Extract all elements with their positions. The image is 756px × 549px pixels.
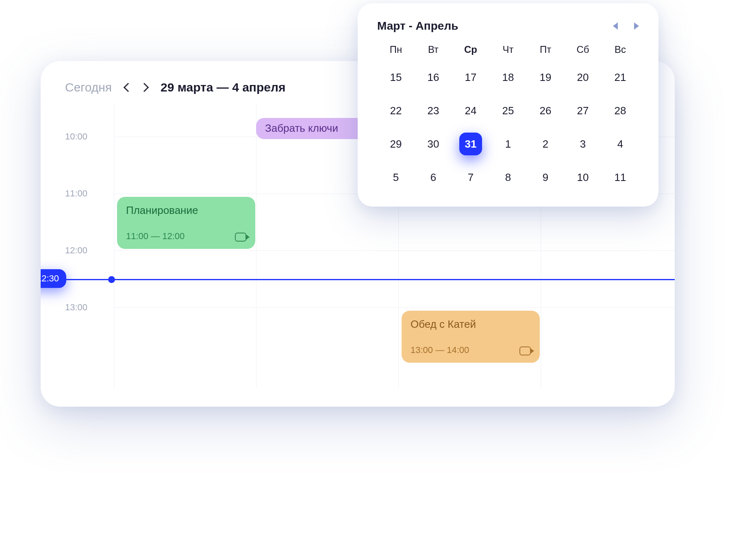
datepicker-day[interactable]: 26 xyxy=(534,99,557,122)
next-month-icon[interactable] xyxy=(634,22,639,30)
datepicker-day[interactable]: 22 xyxy=(385,99,407,122)
time-label: 13:00 xyxy=(65,302,87,313)
event-title: Планирование xyxy=(126,204,246,217)
prev-month-icon[interactable] xyxy=(613,22,618,30)
datepicker-day[interactable]: 4 xyxy=(609,133,632,155)
datepicker-dow: Вс xyxy=(602,44,639,55)
datepicker-day[interactable]: 11 xyxy=(609,166,632,189)
datepicker-day[interactable]: 3 xyxy=(571,133,594,155)
grid-line xyxy=(114,307,675,308)
datepicker-day[interactable]: 18 xyxy=(497,66,519,89)
datepicker-day[interactable]: 24 xyxy=(459,99,482,122)
now-time-badge: 12:30 xyxy=(41,269,66,288)
datepicker-dow: Чт xyxy=(489,44,527,55)
datepicker-day[interactable]: 20 xyxy=(571,66,594,89)
datepicker-month-label: Март - Апрель xyxy=(377,20,458,33)
datepicker-day[interactable]: 28 xyxy=(609,99,632,122)
datepicker-day[interactable]: 7 xyxy=(459,166,482,189)
datepicker-day[interactable]: 29 xyxy=(385,133,407,155)
video-icon xyxy=(235,233,246,242)
datepicker-day[interactable]: 1 xyxy=(497,133,519,155)
datepicker-day[interactable]: 21 xyxy=(609,66,632,89)
datepicker-day[interactable]: 19 xyxy=(534,66,557,89)
datepicker-day[interactable]: 27 xyxy=(571,99,594,122)
datepicker-day[interactable]: 2 xyxy=(534,133,557,155)
datepicker-day[interactable]: 23 xyxy=(422,99,445,122)
datepicker-day[interactable]: 30 xyxy=(422,133,445,155)
today-button[interactable]: Сегодня xyxy=(65,81,112,94)
datepicker-dow: Ср xyxy=(452,44,489,55)
datepicker-day[interactable]: 16 xyxy=(422,66,445,89)
datepicker-header: Март - Апрель xyxy=(377,20,639,33)
datepicker-dow: Вт xyxy=(415,44,452,55)
event-time: 11:00 — 12:00 xyxy=(126,231,185,242)
grid-line xyxy=(114,104,114,389)
datepicker-dow: Пн xyxy=(377,44,415,55)
datepicker-dow: Пт xyxy=(527,44,564,55)
now-indicator: 12:30 xyxy=(60,279,675,280)
datepicker-day[interactable]: 31 xyxy=(459,133,482,155)
time-label: 12:00 xyxy=(65,245,87,256)
datepicker-nav xyxy=(613,22,639,30)
datepicker-day[interactable]: 25 xyxy=(497,99,519,122)
next-week-icon[interactable] xyxy=(140,83,149,92)
event-planning[interactable]: Планирование 11:00 — 12:00 xyxy=(117,197,255,249)
video-icon xyxy=(519,346,531,355)
datepicker-popover: Март - Апрель ПнВтСрЧтПтСбВс151617181920… xyxy=(358,3,658,207)
datepicker-day[interactable]: 9 xyxy=(534,166,557,189)
now-dot-icon xyxy=(108,276,115,283)
datepicker-day[interactable]: 15 xyxy=(385,66,407,89)
datepicker-day[interactable]: 17 xyxy=(459,66,482,89)
datepicker-day[interactable]: 6 xyxy=(422,166,445,189)
time-label: 11:00 xyxy=(65,188,87,199)
event-title: Обед с Катей xyxy=(411,318,531,331)
datepicker-dow: Сб xyxy=(564,44,602,55)
event-time: 13:00 — 14:00 xyxy=(411,345,469,355)
grid-line xyxy=(256,104,256,389)
prev-week-icon[interactable] xyxy=(124,83,133,92)
date-range-label: 29 марта — 4 апреля xyxy=(161,81,286,94)
week-nav xyxy=(125,84,148,91)
datepicker-day[interactable]: 5 xyxy=(385,166,407,189)
grid-line xyxy=(114,251,675,251)
datepicker-day[interactable]: 8 xyxy=(497,166,519,189)
event-lunch[interactable]: Обед с Катей 13:00 — 14:00 xyxy=(402,311,540,363)
datepicker-day[interactable]: 10 xyxy=(571,166,594,189)
time-label: 10:00 xyxy=(65,131,87,142)
datepicker-grid: ПнВтСрЧтПтСбВс15161718192021222324252627… xyxy=(377,44,639,189)
